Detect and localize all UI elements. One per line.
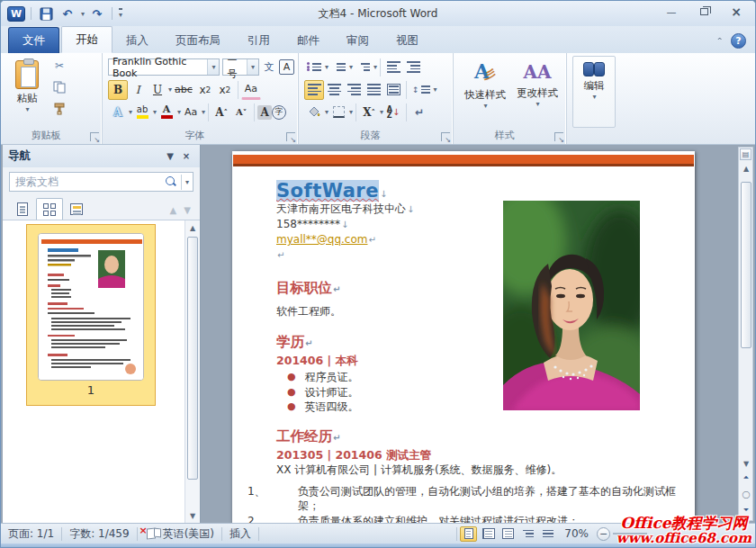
line-spacing-dropdown-icon[interactable]: ▾ <box>434 85 437 94</box>
clear-formatting-button[interactable]: Aa <box>241 80 261 100</box>
print-layout-view-button[interactable] <box>460 526 477 542</box>
nav-scrollbar[interactable]: ▲ ▼ <box>184 220 200 523</box>
tab-home[interactable]: 开始 <box>61 26 112 53</box>
change-styles-dropdown-icon[interactable]: ▾ <box>536 100 539 108</box>
undo-dropdown-arrow-icon[interactable]: ▾ <box>81 10 85 18</box>
web-layout-view-button[interactable] <box>500 526 517 542</box>
shading-button[interactable] <box>304 103 324 122</box>
editing-button[interactable]: 编辑 ▾ <box>572 56 616 128</box>
nav-scroll-thumb[interactable] <box>187 237 198 480</box>
bold-button[interactable]: B <box>108 80 128 100</box>
nav-tab-pages[interactable] <box>36 198 63 220</box>
numbering-button[interactable] <box>328 58 348 77</box>
enclose-characters-button[interactable]: 字 <box>272 105 286 120</box>
subscript-button[interactable]: x2 <box>195 80 215 100</box>
borders-dropdown-icon[interactable]: ▾ <box>349 108 353 116</box>
search-dropdown-icon[interactable]: ▾ <box>181 175 193 190</box>
strikethrough-button[interactable]: abc <box>172 80 195 100</box>
restore-button[interactable] <box>692 4 716 19</box>
tab-view[interactable]: 视图 <box>382 28 432 53</box>
text-effects-button[interactable]: A <box>108 103 128 122</box>
navigation-close-icon[interactable]: × <box>178 149 194 164</box>
nav-scroll-up-icon[interactable]: ▲ <box>186 221 199 234</box>
tab-file[interactable]: 文件 <box>8 27 59 53</box>
character-shading-button[interactable]: A <box>257 105 272 120</box>
status-insert-mode[interactable]: 插入 <box>222 526 258 542</box>
quick-styles-button[interactable]: A彡 快速样式 ▾ <box>459 56 511 128</box>
shrink-font-button[interactable]: A˅ <box>231 103 251 122</box>
search-icon[interactable] <box>166 176 176 187</box>
italic-button[interactable]: I <box>128 80 148 100</box>
status-language[interactable]: 英语(美国) <box>156 526 221 542</box>
search-input[interactable]: 搜索文档 ▾ <box>9 172 194 192</box>
document-scrollbar[interactable]: ▤ ▲ ▼ ⏶ ◯ ⏷ <box>738 147 753 521</box>
resume-email-link[interactable]: myall**@qq.com <box>276 233 368 246</box>
bullets-button[interactable] <box>304 58 324 77</box>
help-button[interactable]: ? <box>731 33 746 49</box>
navigation-options-dropdown-icon[interactable]: ▼ <box>162 149 178 164</box>
font-dialog-launcher[interactable] <box>286 132 295 141</box>
save-button[interactable] <box>37 5 55 22</box>
character-border-button[interactable]: A <box>279 59 294 75</box>
zoom-out-button[interactable]: − <box>597 527 610 541</box>
tab-page-layout[interactable]: 页面布局 <box>162 28 234 53</box>
tab-references[interactable]: 引用 <box>234 28 284 53</box>
line-spacing-button[interactable]: ↕ <box>410 80 433 100</box>
proofing-status-button[interactable] <box>138 527 156 540</box>
show-marks-button[interactable]: ↵ <box>410 103 429 122</box>
word-logo-icon[interactable]: W <box>7 6 25 22</box>
superscript-button[interactable]: x2 <box>215 80 235 100</box>
zoom-level[interactable]: 70% <box>559 527 594 540</box>
justify-button[interactable] <box>364 80 383 100</box>
paste-button[interactable]: 粘贴 ▾ <box>6 56 48 128</box>
cut-button[interactable]: ✂ <box>50 56 69 76</box>
align-left-button[interactable] <box>304 80 324 100</box>
font-name-dropdown-icon[interactable]: ▾ <box>207 59 219 75</box>
font-size-combo[interactable]: 一号 ▾ <box>222 58 259 76</box>
close-button[interactable]: × <box>724 4 748 19</box>
nav-tab-results[interactable] <box>63 198 90 220</box>
sort-button[interactable]: AZ↓ <box>383 103 403 122</box>
status-word-count[interactable]: 字数: 1/459 <box>62 526 136 542</box>
decrease-indent-button[interactable] <box>383 58 403 77</box>
scroll-up-icon[interactable]: ▲ <box>740 162 752 175</box>
browse-object-icon[interactable]: ◯ <box>740 488 752 500</box>
nav-scroll-down-icon[interactable]: ▼ <box>186 509 199 522</box>
clipboard-dialog-launcher[interactable] <box>90 132 99 141</box>
font-size-dropdown-icon[interactable]: ▾ <box>247 59 258 75</box>
collapse-ribbon-icon[interactable]: ⌃ <box>716 37 724 45</box>
paste-dropdown-arrow-icon[interactable]: ▾ <box>25 105 29 113</box>
copy-button[interactable] <box>50 77 69 97</box>
next-result-icon[interactable]: ▼ <box>184 205 191 215</box>
tab-insert[interactable]: 插入 <box>112 28 162 53</box>
resume-photo[interactable] <box>503 201 640 410</box>
page-thumbnail-selected[interactable]: 1 <box>26 224 156 406</box>
styles-dialog-launcher[interactable] <box>554 132 563 141</box>
font-name-combo[interactable]: Franklin Gothic Book ▾ <box>108 58 220 76</box>
draft-view-button[interactable] <box>539 526 556 542</box>
undo-button[interactable]: ↶ <box>58 5 76 22</box>
multilevel-dropdown-icon[interactable]: ▾ <box>374 63 377 71</box>
quick-styles-dropdown-icon[interactable]: ▾ <box>483 102 487 110</box>
nav-tab-headings[interactable] <box>9 198 36 220</box>
align-center-button[interactable] <box>324 80 344 100</box>
grow-font-button[interactable]: A˄ <box>212 103 231 122</box>
format-painter-button[interactable] <box>50 99 69 119</box>
borders-button[interactable] <box>328 103 348 122</box>
fullscreen-reading-view-button[interactable] <box>480 526 497 542</box>
change-styles-button[interactable]: AA 更改样式 ▾ <box>511 56 563 128</box>
change-case-button[interactable]: Aa <box>181 103 201 122</box>
previous-page-icon[interactable]: ⏶ <box>740 472 752 484</box>
status-page[interactable]: 页面: 1/1 <box>1 526 61 542</box>
align-right-button[interactable] <box>344 80 364 100</box>
asian-layout-button[interactable]: X˄ <box>359 103 379 122</box>
scroll-thumb[interactable] <box>741 182 752 348</box>
change-case-dropdown-icon[interactable]: ▾ <box>202 108 205 116</box>
distribute-button[interactable] <box>383 80 403 100</box>
editing-dropdown-icon[interactable]: ▾ <box>592 93 596 101</box>
redo-button[interactable]: ↷ <box>88 5 106 22</box>
tab-mailings[interactable]: 邮件 <box>284 28 333 53</box>
previous-result-icon[interactable]: ▲ <box>170 205 177 215</box>
text-highlight-button[interactable]: ab <box>132 103 152 122</box>
paragraph-dialog-launcher[interactable] <box>441 132 450 141</box>
